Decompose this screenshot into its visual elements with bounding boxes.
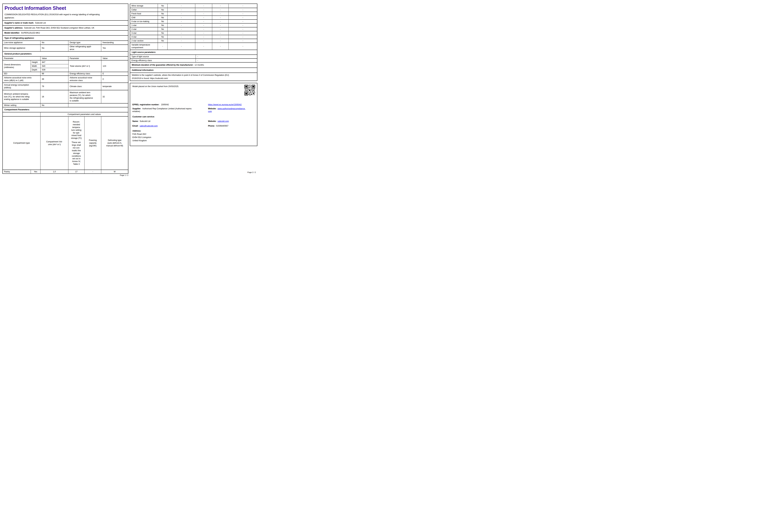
care-name: Name:Subcold Ltd <box>132 120 208 123</box>
row-param-header: Parameter Value Parameter Value <box>3 56 128 60</box>
row-1-star: 1-star No - - - - <box>130 23 257 27</box>
dash-cell: - <box>195 4 212 8</box>
dash-cell: - <box>212 27 228 31</box>
care-phone: Phone:01506440557 <box>208 125 255 127</box>
row-supplier-address: Supplier's address: Subcold Ltd, Firth R… <box>3 25 128 30</box>
section-compartment-parameters: Compartment Parameters: <box>3 107 128 112</box>
dimension-width-row: Width 540 <box>31 64 68 68</box>
0-star-label: 0-star or ice-making <box>130 20 158 23</box>
dash-cell: - <box>167 27 195 31</box>
title-block: Product Information Sheet COMMISSION DEL… <box>3 4 128 20</box>
dash-cell: - <box>212 39 228 43</box>
row-light-efficiency-class: Energy efficiency class - <box>130 58 257 62</box>
eprel-link[interactable]: https://eprel.ec.europa.eu/qr/2305042 <box>208 103 242 106</box>
wine-storage-appliance-label: Wine storage appliance: <box>3 45 40 51</box>
wine-storage-value: No <box>158 4 167 8</box>
light-efficiency-class-label: Energy efficiency class <box>130 59 196 62</box>
guarantee-value: 12 months <box>195 64 204 66</box>
total-volume-value: 123 <box>101 60 128 72</box>
param-header-2: Parameter <box>68 57 101 60</box>
variable-temperature-label: Variable temperature compartment <box>130 43 158 50</box>
qr-code <box>244 85 255 95</box>
page2-table: Wine storage No - - - - Cellar No - - - … <box>130 4 257 81</box>
dash-cell: - <box>167 24 195 27</box>
care-email-label: Email: <box>132 125 139 127</box>
guarantee-label: Minimum duration of the guarantee offere… <box>132 64 193 66</box>
noise-value: 39 <box>40 76 68 83</box>
dash-cell: - <box>212 4 228 8</box>
dash-cell: - <box>228 24 257 27</box>
care-website-link[interactable]: subcold.com <box>218 120 229 122</box>
care-email: Email:sales@subcold.com <box>132 125 208 127</box>
section-type-of-appliance: Type of refrigerating appliance: <box>3 35 128 40</box>
regulation-text: COMMISSION DELEGATED REGULATION (EU) 201… <box>5 13 126 20</box>
supplier-address-label: Supplier's address: <box>4 27 23 29</box>
fresh-food-label: Fresh food <box>130 12 158 15</box>
height-value: 847 <box>40 60 68 64</box>
cellar-label: Cellar <box>130 8 158 12</box>
dash-cell: - <box>228 12 257 15</box>
dash-cell: - <box>167 20 195 23</box>
dimension-depth-row: Depth 539 <box>31 68 68 72</box>
dash-cell: - <box>212 16 228 19</box>
care-phone-label: Phone: <box>208 125 215 127</box>
compartment-type-header: Compartment type <box>3 117 40 170</box>
supplier-website-label: Website: <box>208 108 216 110</box>
annual-energy-value: 79 <box>40 83 68 90</box>
supplier-name-label: Supplier's name or trade mark: <box>4 22 34 24</box>
width-value: 540 <box>40 64 68 68</box>
pantry-present: Yes <box>31 170 40 173</box>
winter-setting-empty-cell <box>68 103 128 107</box>
dash-cell: - <box>195 39 212 43</box>
address-block: Address: Firth Road 28/2 EH54 5DJ Living… <box>132 129 255 142</box>
general-section-label: General product parameters: <box>4 53 32 55</box>
dash-cell: - <box>167 4 195 8</box>
dash-cell: - <box>228 27 257 31</box>
wine-storage-label: Wine storage <box>130 4 158 8</box>
dimension-height-row: Height 847 <box>31 60 68 64</box>
section-light-source: Light source parameters: <box>130 50 257 54</box>
2-star-section-value: No <box>158 39 167 43</box>
dash-cell: - <box>195 12 212 15</box>
care-website-label: Website: <box>208 120 216 122</box>
max-ambient-label: Maximum ambient tem- perature (ºC), for … <box>68 90 101 103</box>
compartment-span-header: Compartment parameters and values <box>40 112 128 116</box>
dash-cell: - <box>228 20 257 23</box>
row-4-star: 4-star No - - - - <box>130 35 257 39</box>
row-noise: Airborne acoustical noise emis- sions (d… <box>3 75 128 83</box>
page-title: Product Information Sheet <box>5 5 126 11</box>
dimensions-label: Overal dimensions (millimetre) <box>3 60 31 72</box>
care-email-link[interactable]: sales@subcold.com <box>140 125 158 127</box>
address-line: EH54 5DJ Livingston <box>132 136 255 139</box>
customer-care-label: Customer care service: <box>132 116 155 118</box>
dash-cell: - <box>167 16 195 19</box>
row-0-star: 0-star or ice-making No - - - - <box>130 19 257 23</box>
care-name-value: Subcold Ltd <box>140 120 150 122</box>
row-eprel: EPREL registration number: 2305042 https… <box>132 103 255 106</box>
care-name-label: Name: <box>132 120 139 122</box>
eprel-number: EPREL registration number: 2305042 <box>132 103 208 106</box>
row-care-email: Email:sales@subcold.com Phone:0150644055… <box>132 125 255 127</box>
3-star-value: No <box>158 31 167 35</box>
row-fresh-food: Fresh food No - - - - <box>130 12 257 15</box>
wine-storage-appliance-value: No <box>40 45 68 51</box>
light-section-label: Light source parameters: <box>132 51 156 54</box>
cellar-value: No <box>158 8 167 12</box>
dash-cell: - <box>167 35 195 39</box>
dash-cell: - <box>195 35 212 39</box>
value-header-1: Value <box>40 57 68 60</box>
dash-cell: - <box>167 39 195 43</box>
eprel-link-wrap: https://eprel.ec.europa.eu/qr/2305042 <box>208 103 255 106</box>
dash-cell: - <box>228 16 257 19</box>
row-compartment-header: Compartment type Compartment Vol- ume (d… <box>3 116 128 170</box>
dash-cell: - <box>212 12 228 15</box>
care-phone-value: 01506440557 <box>216 125 228 127</box>
row-guarantee: Minimum duration of the guarantee offere… <box>130 62 257 68</box>
dash-cell: - <box>167 12 195 15</box>
row-compartment-span-header: Compartment parameters and values <box>3 112 128 116</box>
row-model-identifier: Model identifier: SUPER115LED-MK2 <box>3 30 128 35</box>
value-header-2: Value <box>101 57 128 60</box>
total-volume-label: Total volume (dm³ or l) <box>68 60 101 72</box>
climate-class-value: temperate <box>101 83 128 90</box>
dash-cell: - <box>228 4 257 8</box>
